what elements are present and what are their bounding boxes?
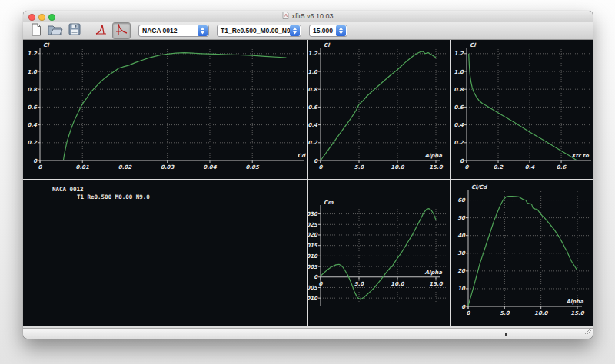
plot-area: 00.010.020.030.040.0500.20.40.60.81.01.2… xyxy=(23,40,593,328)
polar-select-value: T1_Re0.500_M0.00_N9.0 xyxy=(218,27,290,35)
traffic-lights xyxy=(28,14,55,21)
svg-text:1.0: 1.0 xyxy=(28,69,38,75)
svg-text:Cl: Cl xyxy=(43,42,50,48)
svg-text:0: 0 xyxy=(465,164,470,170)
chart-clcd-vs-alpha[interactable]: 05.010.015.00102030405060Cl/CdAlpha xyxy=(451,180,593,326)
svg-text:.025: .025 xyxy=(308,222,318,228)
svg-text:Alpha: Alpha xyxy=(424,153,442,159)
resize-grip-icon[interactable] xyxy=(584,323,591,337)
titlebar[interactable]: xflr5 v6.10.03 xyxy=(23,11,593,22)
svg-text:0.6: 0.6 xyxy=(308,104,318,111)
xflr5-window: xflr5 v6.10.03 xyxy=(23,11,593,339)
svg-text:1.0: 1.0 xyxy=(308,69,318,75)
svg-text:0.8: 0.8 xyxy=(28,87,38,93)
airfoil-select[interactable]: NACA 0012 xyxy=(138,25,209,37)
oppoint-view-button[interactable] xyxy=(93,23,110,38)
svg-text:10.0: 10.0 xyxy=(391,164,404,170)
svg-text:.010: .010 xyxy=(308,253,318,260)
svg-text:15.0: 15.0 xyxy=(429,164,443,170)
save-icon xyxy=(68,23,81,38)
svg-text:Alpha: Alpha xyxy=(566,299,583,305)
svg-text:0.01: 0.01 xyxy=(76,164,89,170)
svg-text:10.0: 10.0 xyxy=(391,281,404,287)
svg-text:Cd: Cd xyxy=(298,153,306,159)
svg-text:-.010: -.010 xyxy=(308,296,318,302)
status-bar xyxy=(23,328,593,339)
svg-text:0.8: 0.8 xyxy=(308,87,318,93)
svg-text:0.02: 0.02 xyxy=(118,164,132,170)
airfoil-select-stepper-icon xyxy=(198,25,208,36)
polar-view-icon xyxy=(115,22,128,39)
svg-text:0: 0 xyxy=(38,164,43,170)
oppoint-select-value: 15.000 xyxy=(310,27,336,35)
svg-text:0: 0 xyxy=(314,158,318,164)
svg-text:10: 10 xyxy=(457,286,466,292)
svg-text:.015: .015 xyxy=(308,243,318,249)
svg-text:5.0: 5.0 xyxy=(354,281,365,287)
zoom-button[interactable] xyxy=(48,14,55,21)
svg-text:10.0: 10.0 xyxy=(534,310,548,316)
new-file-button[interactable] xyxy=(28,23,45,38)
polar-select[interactable]: T1_Re0.500_M0.00_N9.0 xyxy=(217,25,301,37)
svg-text:Cm: Cm xyxy=(324,200,334,206)
app-icon xyxy=(282,12,289,21)
save-button[interactable] xyxy=(66,23,83,38)
svg-text:5.0: 5.0 xyxy=(500,310,510,316)
legend-curve-swatch xyxy=(60,197,74,197)
svg-text:0.03: 0.03 xyxy=(161,164,175,170)
svg-text:1.2: 1.2 xyxy=(308,51,318,57)
svg-text:0.6: 0.6 xyxy=(28,104,38,111)
svg-text:Cl/Cd: Cl/Cd xyxy=(471,184,487,190)
open-file-icon xyxy=(48,24,63,38)
svg-text:0.05: 0.05 xyxy=(246,164,260,170)
svg-text:.005: .005 xyxy=(308,264,318,270)
svg-text:0: 0 xyxy=(314,274,318,280)
svg-text:20: 20 xyxy=(457,268,466,274)
svg-text:40: 40 xyxy=(457,233,466,239)
svg-text:0.04: 0.04 xyxy=(203,164,217,170)
window-title-text: xflr5 v6.10.03 xyxy=(291,12,333,20)
new-file-icon xyxy=(31,23,42,39)
svg-text:Cl: Cl xyxy=(324,42,331,48)
svg-text:15.0: 15.0 xyxy=(570,310,584,316)
oppoint-view-icon xyxy=(95,22,108,39)
svg-text:1.2: 1.2 xyxy=(28,51,38,57)
svg-text:0: 0 xyxy=(319,281,324,287)
svg-text:0.4: 0.4 xyxy=(454,122,465,128)
svg-text:0.4: 0.4 xyxy=(525,164,536,170)
chart-cm-vs-alpha[interactable]: 05.010.015.0.030.025.020.015.010.0050-.0… xyxy=(308,180,450,326)
svg-text:0.4: 0.4 xyxy=(28,122,38,128)
chart-cl-vs-xtr[interactable]: 00.20.40.600.20.40.60.81.01.2ClXtr to xyxy=(451,40,593,179)
chart-cl-vs-cd[interactable]: 00.010.020.030.040.0500.20.40.60.81.01.2… xyxy=(23,40,307,179)
svg-text:0.2: 0.2 xyxy=(454,140,465,146)
svg-text:Alpha: Alpha xyxy=(424,270,442,276)
svg-text:60: 60 xyxy=(457,197,466,204)
svg-text:0: 0 xyxy=(460,158,464,164)
airfoil-select-value: NACA 0012 xyxy=(139,27,181,35)
svg-text:0.4: 0.4 xyxy=(308,122,318,128)
legend-polar-entry: T1_Re0.500_M0.00_N9.0 xyxy=(60,194,150,200)
svg-text:0: 0 xyxy=(467,310,471,316)
minimize-button[interactable] xyxy=(38,14,45,21)
close-button[interactable] xyxy=(28,14,35,21)
legend-polar-name: T1_Re0.500_M0.00_N9.0 xyxy=(77,194,150,200)
svg-text:0.2: 0.2 xyxy=(308,140,318,146)
svg-text:5.0: 5.0 xyxy=(354,164,365,170)
open-file-button[interactable] xyxy=(47,23,64,38)
svg-text:30: 30 xyxy=(457,250,466,256)
svg-text:15.0: 15.0 xyxy=(429,281,443,287)
window-title: xflr5 v6.10.03 xyxy=(23,11,593,22)
chart-cl-vs-alpha[interactable]: 05.010.015.000.20.40.60.81.01.2ClAlpha xyxy=(308,40,450,179)
legend-airfoil-name: NACA 0012 xyxy=(52,186,84,193)
svg-text:1.2: 1.2 xyxy=(454,51,465,57)
oppoint-select[interactable]: 15.000 xyxy=(309,25,347,37)
legend-panel[interactable]: NACA 0012 T1_Re0.500_M0.00_N9.0 xyxy=(23,180,307,326)
svg-text:.030: .030 xyxy=(308,211,318,217)
svg-text:0: 0 xyxy=(319,164,324,170)
status-tick xyxy=(505,333,507,336)
svg-text:0.8: 0.8 xyxy=(454,87,465,93)
svg-text:.020: .020 xyxy=(308,232,318,238)
polar-view-button[interactable] xyxy=(112,22,131,39)
svg-text:1.0: 1.0 xyxy=(454,69,465,75)
svg-text:50: 50 xyxy=(457,215,466,221)
